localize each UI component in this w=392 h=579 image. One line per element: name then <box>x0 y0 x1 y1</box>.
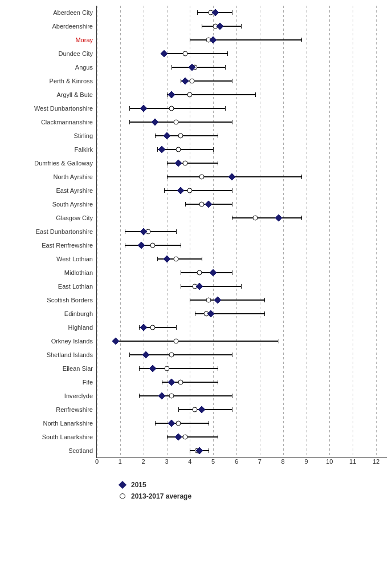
average-circle <box>173 339 178 344</box>
error-cap-right <box>225 106 226 111</box>
year-diamond <box>158 146 166 153</box>
y-labels: Aberdeen CityAberdeenshireMorayDundee Ci… <box>5 6 96 458</box>
year-diamond <box>207 310 215 318</box>
data-row <box>97 252 376 266</box>
average-circle <box>197 270 202 276</box>
data-row <box>97 238 376 252</box>
error-bar <box>116 341 279 342</box>
error-cap-left <box>172 65 172 70</box>
y-label: Edinburgh <box>5 307 96 321</box>
y-label: Highland <box>5 321 96 334</box>
error-cap-left <box>178 407 179 412</box>
year-diamond <box>198 406 205 414</box>
error-bar <box>164 190 231 191</box>
plot-area <box>96 6 387 458</box>
average-circle <box>190 79 195 84</box>
error-cap-right <box>279 339 279 343</box>
y-label: Orkney Islands <box>5 334 96 348</box>
average-circle <box>173 257 178 262</box>
year-diamond <box>275 214 282 222</box>
data-row <box>97 170 376 184</box>
error-cap-left <box>181 284 181 289</box>
error-cap-right <box>232 10 232 15</box>
x-axis-label: 8 <box>281 458 285 465</box>
y-label: South Lanarkshire <box>5 430 96 444</box>
error-cap-right <box>255 92 256 97</box>
y-label: Inverclyde <box>5 389 96 403</box>
x-axis-label: 7 <box>258 458 262 465</box>
average-circle <box>173 120 178 125</box>
error-cap-left <box>155 133 156 138</box>
x-axis-label: 2 <box>142 458 145 465</box>
y-label: East Lothian <box>5 280 96 293</box>
error-cap-right <box>264 311 265 316</box>
error-cap-right <box>232 202 232 207</box>
x-axis-label: 9 <box>304 458 308 465</box>
legend-circle-icon <box>120 493 125 499</box>
data-row <box>97 280 376 293</box>
data-row <box>97 102 376 115</box>
y-label: Clackmannanshire <box>5 115 96 129</box>
year-diamond <box>205 201 213 208</box>
error-bar <box>181 272 232 273</box>
average-circle <box>178 380 183 385</box>
data-row <box>97 293 376 307</box>
error-cap-left <box>167 435 168 439</box>
y-label: Scottish Borders <box>5 293 96 307</box>
year-diamond <box>152 119 159 126</box>
y-label: Aberdeenshire <box>5 19 96 33</box>
data-row <box>97 334 376 348</box>
data-row <box>97 60 376 74</box>
error-cap-left <box>167 92 168 97</box>
y-label: Moray <box>5 33 96 47</box>
error-bar <box>190 299 264 301</box>
data-row <box>97 416 376 430</box>
data-row <box>97 197 376 211</box>
average-circle <box>175 147 181 152</box>
data-row <box>97 6 376 19</box>
error-cap-right <box>218 380 218 384</box>
year-diamond <box>140 324 147 331</box>
year-diamond <box>212 9 219 17</box>
error-cap-right <box>218 161 218 165</box>
error-cap-right <box>176 325 177 330</box>
error-cap-right <box>241 284 242 289</box>
average-circle <box>169 106 174 111</box>
average-circle <box>150 243 156 248</box>
year-diamond <box>175 434 182 441</box>
error-cap-right <box>181 243 181 248</box>
y-label: East Ayrshire <box>5 184 96 197</box>
average-circle <box>150 325 156 330</box>
average-circle <box>183 161 188 166</box>
data-row <box>97 403 376 416</box>
error-cap-left <box>129 120 130 124</box>
y-label: Glasgow City <box>5 211 96 225</box>
error-cap-right <box>227 51 228 56</box>
error-cap-left <box>139 394 140 398</box>
x-axis-label: 10 <box>326 458 333 465</box>
year-diamond <box>228 173 235 181</box>
year-diamond <box>214 297 222 304</box>
error-cap-left <box>167 175 168 179</box>
error-cap-left <box>190 448 190 453</box>
y-label: West Dunbartonshire <box>5 102 96 115</box>
average-circle <box>183 51 188 56</box>
x-axis-label: 12 <box>373 458 379 465</box>
legend-label-2015: 2015 <box>131 481 146 489</box>
error-cap-left <box>195 311 195 316</box>
y-label: South Ayrshire <box>5 197 96 211</box>
year-diamond <box>195 283 203 290</box>
x-axis-label: 5 <box>211 458 215 465</box>
y-label: Aberdeen City <box>5 6 96 19</box>
error-bar <box>181 286 241 287</box>
data-row <box>97 115 376 129</box>
y-label: Scotland <box>5 444 96 457</box>
error-cap-right <box>213 147 214 152</box>
error-cap-right <box>232 120 232 124</box>
legend: 2015 2013-2017 average <box>120 481 191 504</box>
y-label: Eilean Siar <box>5 362 96 375</box>
data-row <box>97 307 376 321</box>
data-row <box>97 362 376 375</box>
error-bar <box>172 67 225 68</box>
error-cap-right <box>176 229 177 234</box>
